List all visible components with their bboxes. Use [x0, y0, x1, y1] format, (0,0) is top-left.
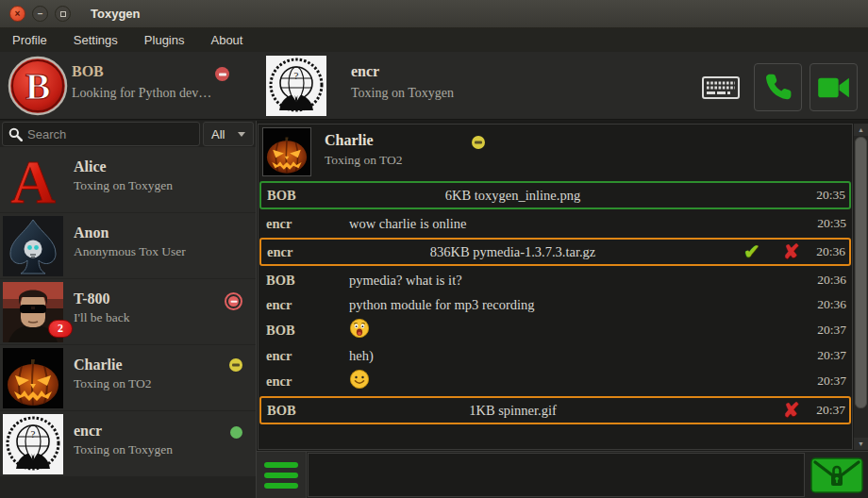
self-busy-status-icon: [215, 67, 229, 81]
search-box: [2, 122, 200, 146]
contact-status-message: I'll be back: [74, 310, 129, 325]
chat-peer-name: Charlie: [325, 132, 374, 149]
video-camera-icon: [817, 75, 851, 101]
titlebar: × – Toxygen: [0, 0, 868, 28]
message-time: 20:35: [816, 188, 845, 203]
contact-busy-status-icon: [225, 292, 242, 310]
message-scrollbar: ▲ ▼: [854, 124, 868, 450]
message-sender: BOB: [266, 323, 349, 339]
message-text: pymedia? what is it?: [349, 273, 817, 289]
active-contact-name: encr: [351, 63, 379, 80]
message-time: 20:36: [817, 273, 846, 288]
alice-avatar: A: [3, 150, 63, 210]
video-call-button[interactable]: [810, 63, 858, 111]
contact-row-alice[interactable]: A Alice Toxing on Toxygen: [0, 147, 256, 213]
smiling-face-emoji: [349, 369, 370, 390]
message-sender: encr: [267, 244, 348, 260]
message-sender: BOB: [266, 273, 349, 289]
self-avatar[interactable]: B: [8, 56, 68, 116]
file-name: 1KB spinner.gif: [346, 403, 679, 419]
search-input[interactable]: [27, 127, 193, 141]
chat-peer-info: Charlie Toxing on TO2: [259, 124, 852, 179]
contact-online-status-icon: [230, 426, 242, 439]
file-transfer-row: BOB 6KB toxygen_inline.png 20:35: [259, 181, 851, 209]
message-row: BOB pymedia? what is it? 20:36: [259, 268, 852, 292]
active-contact-status-message: Toxing on Toxygen: [351, 86, 454, 101]
window-maximize-button[interactable]: [55, 6, 71, 22]
message-time: 20:36: [816, 244, 845, 259]
message-sender: encr: [266, 216, 349, 232]
message-row: encr 20:37: [259, 368, 852, 394]
menu-plugins[interactable]: Plugins: [144, 33, 185, 47]
active-contact-avatar: [266, 56, 326, 116]
scrollbar-thumb[interactable]: [855, 137, 867, 408]
contact-status-message: Toxing on Toxygen: [74, 178, 173, 193]
window-minimize-button[interactable]: –: [32, 6, 48, 22]
message-row: encr heh) 20:37: [259, 343, 852, 368]
window-close-button[interactable]: ×: [9, 6, 25, 22]
self-status-message[interactable]: Looking for Python dev…: [72, 86, 211, 101]
accept-file-button[interactable]: ✔: [743, 242, 760, 262]
message-sender: BOB: [267, 188, 348, 204]
contact-name: Charlie: [74, 357, 123, 374]
message-row: encr wow charlie is online 20:35: [259, 211, 852, 236]
decline-file-button[interactable]: ✘: [783, 242, 800, 262]
contact-sidebar: All A Alice Toxing on Toxygen: [0, 121, 256, 498]
contact-row-anon[interactable]: Anon Anonymous Tox User: [0, 213, 256, 279]
self-name[interactable]: BOB: [72, 63, 104, 80]
audio-call-button[interactable]: [754, 63, 802, 111]
message-list: Charlie Toxing on TO2 BOB 6KB toxygen_in…: [258, 124, 853, 450]
message-sender: BOB: [267, 403, 348, 419]
contact-list: A Alice Toxing on Toxygen Anon: [0, 147, 256, 498]
contact-row-charlie[interactable]: Charlie Toxing on TO2: [0, 345, 256, 411]
contact-filter-dropdown[interactable]: All: [203, 122, 254, 146]
message-time: 20:36: [817, 297, 846, 312]
phone-icon: [762, 72, 794, 104]
message-sender: encr: [266, 374, 349, 390]
contact-row-encr[interactable]: encr Toxing on Toxygen: [0, 411, 256, 477]
chat-peer-avatar: [262, 127, 311, 176]
virtual-keyboard-icon[interactable]: [702, 76, 740, 99]
message-time: 20:37: [817, 348, 846, 363]
hamburger-menu-icon: [264, 462, 298, 468]
menubar: Profile Settings Plugins About: [0, 28, 868, 52]
window-title: Toxygen: [91, 7, 141, 21]
cancel-file-button[interactable]: ✘: [783, 401, 800, 421]
message-row: encr python module for mp3 recording 20:…: [259, 292, 852, 317]
contact-name: T-800: [74, 290, 110, 307]
file-name: 6KB toxygen_inline.png: [346, 188, 679, 204]
contact-name: Alice: [74, 158, 107, 175]
contact-name: Anon: [74, 224, 108, 241]
contact-filter-value: All: [211, 127, 225, 141]
menu-profile[interactable]: Profile: [12, 33, 47, 47]
contact-status-message: Toxing on Toxygen: [74, 442, 173, 457]
message-time: 20:37: [816, 403, 845, 418]
scroll-up-arrow[interactable]: ▲: [854, 124, 868, 136]
message-text: python module for mp3 recording: [349, 297, 817, 313]
menu-about[interactable]: About: [210, 33, 242, 47]
svg-text:B: B: [25, 65, 51, 108]
chat-peer-away-status-icon: [472, 136, 485, 149]
charlie-avatar: [3, 348, 63, 408]
menu-settings[interactable]: Settings: [74, 33, 118, 47]
file-transfer-row: BOB 1KB spinner.gif ✘ 20:37: [259, 396, 851, 424]
unread-count-badge: 2: [48, 320, 73, 338]
toxygen-window: ? × – Toxygen Profile Settings: [0, 0, 868, 498]
message-time: 20:37: [817, 323, 846, 338]
file-transfer-row: encr 836KB pymedia-1.3.7.3.tar.gz ✔ ✘ 20…: [259, 238, 851, 266]
chat-panel: Charlie Toxing on TO2 BOB 6KB toxygen_in…: [256, 121, 868, 498]
contact-status-message: Anonymous Tox User: [74, 244, 186, 259]
contact-away-status-icon: [229, 358, 242, 372]
message-time: 20:35: [817, 216, 846, 231]
message-time: 20:37: [817, 374, 846, 389]
message-input-bar: [257, 451, 868, 498]
header: B BOB Looking for Python dev… encr Toxin…: [0, 52, 868, 120]
shocked-face-emoji: [349, 318, 370, 339]
chat-menu-button[interactable]: [257, 452, 307, 498]
encrypted-send-icon: [810, 456, 864, 494]
file-name: 836KB pymedia-1.3.7.3.tar.gz: [346, 244, 679, 260]
message-input[interactable]: [308, 453, 805, 497]
scroll-down-arrow[interactable]: ▼: [854, 438, 868, 450]
contact-row-t800[interactable]: T-800 I'll be back 2: [0, 279, 256, 345]
send-message-button[interactable]: [806, 452, 868, 498]
